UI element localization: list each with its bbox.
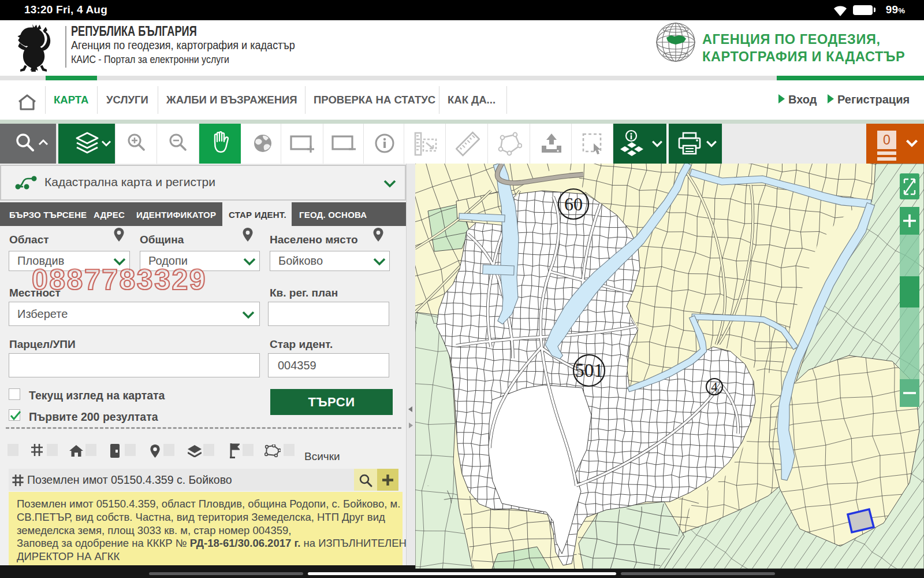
svg-text:501: 501 (575, 360, 603, 381)
svg-text:4: 4 (711, 380, 718, 394)
svg-text:60: 60 (564, 194, 583, 214)
